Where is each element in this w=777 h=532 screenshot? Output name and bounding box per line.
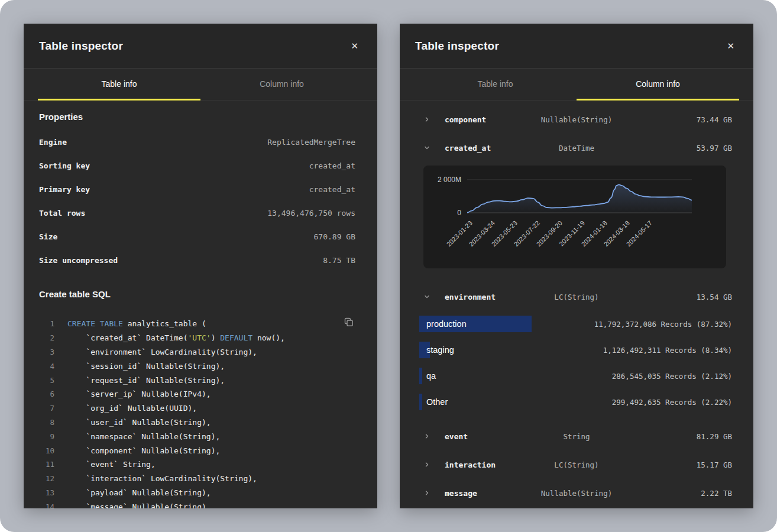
create-table-sql-code: 1CREATE TABLE analytics_table (2 `create… — [39, 317, 355, 508]
code-line: 3 `environment` LowCardinality(String), — [39, 345, 355, 359]
property-value: 670.89 GB — [314, 232, 355, 241]
property-label: Size — [39, 232, 57, 241]
code-line: 10 `component` Nullable(String), — [39, 443, 355, 458]
chevron-down-icon — [423, 293, 430, 300]
tab-table-info[interactable]: Table info — [414, 69, 577, 100]
code-line: 12 `interaction` LowCardinality(String), — [39, 472, 355, 486]
copy-button[interactable] — [342, 316, 355, 330]
close-button[interactable]: ✕ — [723, 39, 738, 53]
chevron-right-icon — [423, 433, 430, 440]
copy-icon — [344, 317, 354, 327]
property-value: ReplicatedMergeTree — [267, 138, 355, 147]
property-row-size: Size670.89 GB — [39, 225, 355, 248]
column-name: created_at — [445, 144, 491, 153]
property-row-engine: EngineReplicatedMergeTree — [39, 130, 355, 154]
code-line: 1CREATE TABLE analytics_table ( — [39, 317, 355, 331]
modal-title: Table inspector — [39, 40, 123, 53]
column-row-message[interactable]: messageNullable(String)2.22 TB — [400, 479, 753, 507]
line-number: 2 — [39, 333, 54, 342]
columns-list: componentNullable(String)73.44 GBcreated… — [400, 105, 753, 507]
close-icon: ✕ — [727, 41, 734, 51]
tab-table-info[interactable]: Table info — [38, 69, 200, 100]
env-value-bar — [419, 394, 422, 410]
env-value-row-other: Other299,492,635 Records (2.22%) — [419, 389, 732, 415]
code-line: 13 `payload` Nullable(String), — [39, 486, 355, 500]
table-info-content: Properties EngineReplicatedMergeTreeSort… — [24, 100, 377, 508]
tab-bar: Table infoColumn info — [400, 69, 753, 100]
property-value: created_at — [309, 161, 355, 170]
chevron-right-icon — [423, 461, 430, 468]
code-line: 8 `user_id` Nullable(String), — [39, 416, 355, 430]
column-size: 2.22 TB — [701, 489, 732, 498]
code-text: `user_id` Nullable(String), — [67, 418, 211, 427]
line-number: 7 — [39, 404, 54, 413]
column-size: 73.44 GB — [697, 115, 732, 124]
column-size: 53.97 GB — [697, 144, 732, 153]
tab-column-info[interactable]: Column info — [577, 69, 739, 100]
line-number: 11 — [39, 460, 54, 469]
line-number: 4 — [39, 362, 54, 371]
property-row-size-uncompressed: Size uncompressed8.75 TB — [39, 248, 355, 272]
code-text: `payload` Nullable(String), — [67, 488, 211, 497]
column-type: Nullable(String) — [541, 115, 612, 124]
line-number: 6 — [39, 390, 54, 398]
y-axis-label: 0 — [457, 209, 461, 217]
code-line: 4 `session_id` Nullable(String), — [39, 359, 355, 373]
y-axis-label: 2 000M — [438, 176, 461, 184]
line-number: 5 — [39, 376, 54, 385]
line-number: 10 — [39, 446, 54, 455]
column-name: component — [445, 115, 486, 124]
modal-title: Table inspector — [415, 40, 499, 53]
code-text: `event` String, — [67, 460, 156, 469]
code-text: `created_at` DateTime('UTC') DEFAULT now… — [67, 333, 285, 342]
create-table-sql-heading: Create table SQL — [39, 284, 355, 305]
column-name: interaction — [445, 460, 496, 469]
code-lines: 1CREATE TABLE analytics_table (2 `create… — [39, 317, 355, 508]
close-icon: ✕ — [351, 41, 358, 51]
column-row-event[interactable]: eventString81.29 GB — [400, 422, 753, 450]
line-number: 8 — [39, 418, 54, 427]
code-line: 6 `server_ip` Nullable(IPv4), — [39, 387, 355, 401]
environment-values-list: production11,792,372,086 Records (87.32%… — [400, 311, 753, 415]
property-value: 13,496,476,750 rows — [267, 209, 355, 218]
property-label: Size uncompressed — [39, 256, 118, 265]
line-number: 14 — [39, 502, 54, 508]
code-text: `request_id` Nullable(String), — [67, 376, 225, 385]
created-at-histogram: 2 000M02023-01-232023-03-242023-05-23202… — [423, 166, 726, 268]
area-fill — [467, 184, 692, 213]
env-value-count: 11,792,372,086 Records (87.32%) — [594, 311, 732, 337]
code-text: `session_id` Nullable(String), — [67, 362, 225, 371]
properties-list: EngineReplicatedMergeTreeSorting keycrea… — [39, 130, 355, 272]
column-type: LC(String) — [554, 293, 598, 301]
line-number: 12 — [39, 474, 54, 483]
env-value-count: 299,492,635 Records (2.22%) — [612, 389, 732, 415]
property-label: Sorting key — [39, 161, 90, 170]
env-value-row-staging: staging1,126,492,311 Records (8.34%) — [419, 337, 732, 363]
code-line: 7 `org_id` Nullable(UUID), — [39, 401, 355, 416]
property-label: Primary key — [39, 185, 90, 194]
column-size: 81.29 GB — [697, 432, 732, 441]
property-value: created_at — [309, 185, 355, 194]
screenshot-card: Table inspector ✕ Table infoColumn info … — [0, 0, 777, 532]
code-text: `server_ip` Nullable(IPv4), — [67, 390, 211, 398]
table-inspector-modal-table-info: Table inspector ✕ Table infoColumn info … — [24, 24, 377, 508]
column-info-content: componentNullable(String)73.44 GBcreated… — [400, 100, 753, 508]
code-text: `environment` LowCardinality(String), — [67, 348, 257, 356]
column-type: DateTime — [559, 144, 594, 153]
env-value-label: qa — [426, 368, 436, 384]
code-text: `interaction` LowCardinality(String), — [67, 474, 257, 483]
env-value-label: staging — [426, 342, 454, 358]
tab-column-info[interactable]: Column info — [200, 69, 363, 100]
column-row-created-at[interactable]: created_atDateTime53.97 GB — [400, 134, 753, 162]
env-value-label: production — [426, 316, 467, 332]
line-number: 3 — [39, 348, 54, 356]
modal-header: Table inspector ✕ — [400, 24, 753, 69]
code-line: 14 `message` Nullable(String) — [39, 499, 355, 508]
code-text: CREATE TABLE analytics_table ( — [67, 319, 206, 328]
column-row-interaction[interactable]: interactionLC(String)15.17 GB — [400, 450, 753, 479]
column-row-component[interactable]: componentNullable(String)73.44 GB — [400, 105, 753, 134]
env-value-count: 286,545,035 Records (2.12%) — [612, 363, 732, 389]
column-row-environment[interactable]: environmentLC(String)13.54 GB — [400, 283, 753, 311]
column-name: environment — [445, 293, 496, 301]
close-button[interactable]: ✕ — [347, 39, 362, 53]
